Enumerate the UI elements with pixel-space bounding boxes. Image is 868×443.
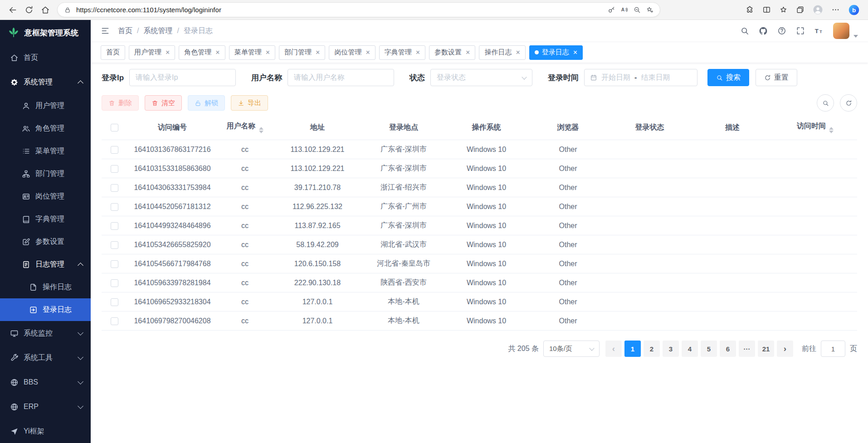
sidebar-item-monitor[interactable]: 系统监控 (0, 321, 91, 346)
tab-字典管理[interactable]: 字典管理 × (379, 45, 425, 60)
tab-部门管理[interactable]: 部门管理 × (279, 45, 325, 60)
github-icon[interactable] (759, 26, 768, 35)
favorites-icon[interactable] (779, 5, 788, 14)
reload-icon[interactable] (24, 5, 34, 15)
tab-首页[interactable]: 首页 (101, 45, 125, 60)
sidebar-item-dept[interactable]: 部门管理 (0, 162, 91, 185)
tab-岗位管理[interactable]: 岗位管理 × (329, 45, 375, 60)
page-button-2[interactable]: 2 (644, 341, 660, 357)
url-text[interactable]: https://ccnetcore.com:1101/system/log/lo… (76, 6, 603, 14)
home-icon[interactable] (41, 5, 50, 15)
favorite-add-icon[interactable] (646, 6, 653, 14)
refresh-table-button[interactable] (840, 94, 857, 112)
row-checkbox[interactable] (111, 203, 118, 211)
close-icon[interactable]: × (416, 49, 420, 56)
app-logo[interactable]: 意框架管理系统 (0, 20, 91, 45)
toggle-search-button[interactable] (817, 94, 834, 112)
extensions-icon[interactable] (746, 5, 754, 14)
row-checkbox[interactable] (111, 165, 118, 173)
address-bar[interactable]: https://ccnetcore.com:1101/system/log/lo… (57, 2, 660, 17)
close-icon[interactable]: × (516, 49, 520, 56)
close-icon[interactable]: × (466, 49, 470, 56)
close-icon[interactable]: × (366, 49, 370, 56)
sidebar-item-loginlog[interactable]: 登录日志 (0, 298, 91, 321)
date-range-picker[interactable]: 开始日期 - 结束日期 (584, 69, 697, 86)
hamburger-icon[interactable] (101, 26, 110, 35)
select-all-checkbox[interactable] (111, 124, 118, 131)
fullscreen-icon[interactable] (796, 26, 805, 35)
page-button-4[interactable]: 4 (682, 341, 698, 357)
close-icon[interactable]: × (316, 49, 320, 56)
tab-参数设置[interactable]: 参数设置 × (429, 45, 475, 60)
zoom-out-icon[interactable] (633, 6, 641, 14)
close-icon[interactable]: × (166, 49, 170, 56)
page-button-21[interactable]: 21 (758, 341, 774, 357)
sidebar-item-role[interactable]: 角色管理 (0, 117, 91, 140)
row-checkbox[interactable] (111, 146, 118, 154)
close-icon[interactable]: × (266, 49, 270, 56)
prev-page-button[interactable]: ‹ (605, 341, 622, 357)
column-header[interactable]: 访问时间 (773, 115, 857, 140)
row-checkbox[interactable] (111, 279, 118, 287)
row-checkbox[interactable] (111, 317, 118, 325)
profile-icon[interactable] (813, 5, 823, 15)
sidebar-item-system[interactable]: 系统管理 (0, 70, 91, 94)
column-header[interactable]: 用户名称 (218, 115, 272, 140)
row-checkbox[interactable] (111, 241, 118, 249)
breadcrumb-home[interactable]: 首页 (118, 26, 132, 36)
row-checkbox[interactable] (111, 298, 118, 306)
sidebar-item-erp[interactable]: ERP (0, 394, 91, 419)
tab-操作日志[interactable]: 操作日志 × (479, 45, 525, 60)
tab-菜单管理[interactable]: 菜单管理 × (229, 45, 275, 60)
page-ellipsis[interactable]: ··· (739, 341, 755, 357)
tab-用户管理[interactable]: 用户管理 × (129, 45, 175, 60)
clear-button[interactable]: 清空 (145, 95, 182, 111)
sidebar-item-bbs[interactable]: BBS (0, 370, 91, 394)
read-aloud-icon[interactable]: A (620, 6, 628, 14)
login-ip-input[interactable] (129, 69, 236, 86)
page-size-select[interactable]: 10条/页 (543, 341, 600, 357)
goto-page-input[interactable] (821, 341, 845, 357)
reset-button[interactable]: 重置 (756, 69, 797, 86)
row-checkbox[interactable] (111, 222, 118, 230)
page-button-3[interactable]: 3 (663, 341, 679, 357)
sidebar-item-operlog[interactable]: 操作日志 (0, 276, 91, 298)
question-icon[interactable] (777, 26, 786, 35)
close-icon[interactable]: × (215, 49, 219, 56)
row-checkbox[interactable] (111, 260, 118, 268)
sidebar-item-post[interactable]: 岗位管理 (0, 185, 91, 208)
sidebar-item-menu[interactable]: 菜单管理 (0, 140, 91, 162)
search-icon[interactable] (740, 26, 749, 35)
username-input[interactable] (288, 69, 394, 86)
page-button-5[interactable]: 5 (701, 341, 717, 357)
sidebar-item-log[interactable]: 日志管理 (0, 253, 91, 276)
status-select[interactable]: 登录状态 (430, 69, 532, 86)
sidebar-item-dict[interactable]: 字典管理 (0, 208, 91, 230)
next-page-button[interactable]: › (777, 341, 793, 357)
key-icon[interactable] (608, 6, 615, 14)
caret-down-icon[interactable] (853, 35, 858, 38)
sidebar-item-tool[interactable]: 系统工具 (0, 346, 91, 370)
collections-icon[interactable] (796, 5, 805, 14)
font-size-icon[interactable]: TT (814, 26, 824, 35)
delete-button[interactable]: 删除 (102, 95, 139, 111)
sidebar-item-yi[interactable]: Yi框架 (0, 419, 91, 443)
more-icon[interactable] (831, 5, 840, 14)
tab-登录日志[interactable]: 登录日志 × (529, 45, 583, 60)
sidebar-item-user[interactable]: 用户管理 (0, 94, 91, 117)
page-button-1[interactable]: 1 (624, 341, 641, 357)
row-checkbox[interactable] (111, 184, 118, 192)
page-button-6[interactable]: 6 (720, 341, 736, 357)
back-icon[interactable] (8, 5, 17, 15)
unlock-button[interactable]: 解锁 (188, 95, 225, 111)
sidebar-item-config[interactable]: 参数设置 (0, 230, 91, 253)
user-avatar[interactable] (833, 23, 849, 39)
export-button[interactable]: 导出 (231, 95, 268, 111)
split-screen-icon[interactable] (762, 5, 771, 14)
tab-角色管理[interactable]: 角色管理 × (179, 45, 225, 60)
breadcrumb-system[interactable]: 系统管理 (143, 26, 172, 36)
search-button[interactable]: 搜索 (707, 69, 749, 86)
sidebar-item-home[interactable]: 首页 (0, 45, 91, 70)
close-icon[interactable]: × (573, 49, 577, 56)
copilot-icon[interactable]: b (848, 4, 860, 16)
